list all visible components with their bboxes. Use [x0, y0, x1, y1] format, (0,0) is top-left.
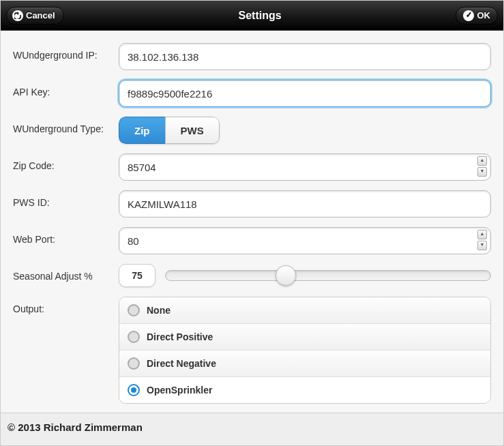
port-step-down[interactable]: ▼	[477, 241, 487, 250]
ok-button[interactable]: ✓ OK	[456, 7, 498, 25]
ok-label: OK	[477, 10, 490, 20]
pws-input[interactable]	[119, 190, 491, 218]
check-icon: ✓	[463, 10, 474, 21]
cancel-button[interactable]: Cancel	[6, 7, 64, 25]
radio-icon	[128, 304, 140, 316]
zip-label: Zip Code:	[13, 153, 119, 171]
back-icon	[12, 10, 23, 21]
wu-type-segment: Zip PWS	[119, 117, 220, 144]
footer-copyright: © 2013 Richard Zimmerman	[1, 413, 503, 445]
seasonal-label: Seasonal Adjust %	[13, 264, 119, 282]
output-option-none[interactable]: None	[119, 297, 490, 324]
output-option-dpos[interactable]: Direct Positive	[119, 324, 490, 351]
output-option-dneg[interactable]: Direct Negative	[119, 351, 490, 377]
pws-label: PWS ID:	[13, 190, 119, 208]
seasonal-slider[interactable]	[165, 270, 491, 281]
output-radio-group: NoneDirect PositiveDirect NegativeOpenSp…	[119, 297, 491, 404]
slider-thumb[interactable]	[276, 265, 296, 286]
segment-zip[interactable]: Zip	[119, 117, 165, 144]
wu-ip-input[interactable]	[119, 43, 491, 70]
radio-label: Direct Negative	[147, 358, 216, 369]
port-input[interactable]	[119, 227, 491, 254]
radio-icon	[128, 331, 140, 343]
port-step-up[interactable]: ▲	[477, 230, 487, 239]
cancel-label: Cancel	[26, 10, 55, 20]
radio-label: OpenSprinkler	[147, 385, 212, 396]
radio-label: None	[147, 305, 171, 316]
port-spinner: ▲ ▼	[477, 230, 487, 250]
wu-ip-label: WUndgerground IP:	[13, 43, 119, 61]
api-key-input[interactable]	[119, 80, 491, 107]
seasonal-value: 75	[119, 264, 155, 287]
segment-pws[interactable]: PWS	[165, 117, 220, 144]
zip-spinner: ▲ ▼	[477, 156, 487, 177]
port-label: Web Port:	[13, 227, 119, 245]
settings-form: WUndgerground IP: API Key: WUnderground …	[1, 31, 503, 413]
radio-label: Direct Positive	[147, 331, 213, 342]
api-key-label: API Key:	[13, 80, 119, 98]
output-option-osprink[interactable]: OpenSprinkler	[119, 377, 490, 403]
zip-step-down[interactable]: ▼	[477, 167, 487, 177]
wu-type-label: WUnderground Type:	[13, 117, 119, 134]
zip-step-up[interactable]: ▲	[477, 156, 487, 166]
radio-icon	[128, 384, 140, 396]
zip-input[interactable]	[119, 153, 491, 181]
page-title: Settings	[239, 10, 282, 22]
radio-icon	[128, 357, 140, 370]
header-bar: Cancel Settings ✓ OK	[1, 1, 503, 31]
output-label: Output:	[13, 297, 119, 314]
